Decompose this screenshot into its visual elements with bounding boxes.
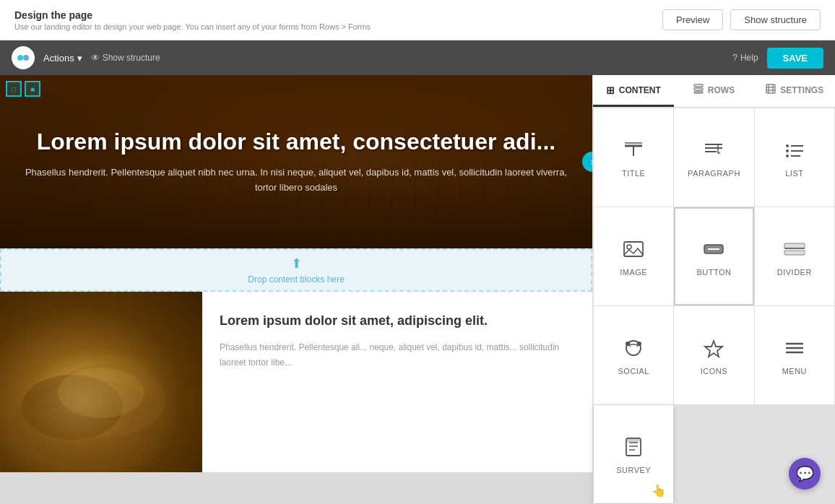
top-bar-right: Preview Show structure	[662, 9, 821, 30]
svg-rect-7	[694, 88, 703, 90]
panel-tabs: ⊞ CONTENT ROWS	[593, 75, 835, 108]
survey-icon	[622, 437, 645, 460]
content-item-title[interactable]: TITLE	[594, 108, 673, 207]
content-section: Lorem ipsum dolor sit amet, adipiscing e…	[0, 292, 592, 472]
help-button[interactable]: ? Help	[732, 53, 758, 63]
content-tab-label: CONTENT	[619, 85, 661, 95]
hero-section: □ ■ Lorem ipsum dolor sit amet, consecte…	[0, 75, 592, 248]
svg-point-29	[627, 245, 631, 249]
save-button[interactable]: SAVE	[767, 48, 823, 69]
hero-subtitle: Phasellus hendrerit. Pellentesque alique…	[14, 165, 578, 196]
svg-point-22	[786, 144, 789, 147]
divider-item-label: DIVIDER	[777, 268, 812, 277]
title-icon	[622, 140, 645, 163]
image-icon	[622, 239, 645, 262]
paragraph-icon	[702, 140, 725, 163]
settings-tab-label: SETTINGS	[780, 85, 823, 95]
hero-content: Lorem ipsum dolor sit amet, consectetuer…	[0, 75, 592, 248]
page-title: Design the page	[14, 9, 371, 21]
top-bar-left: Design the page Use our landing editor t…	[14, 9, 371, 31]
help-icon: ?	[732, 53, 737, 63]
content-item-paragraph[interactable]: PARAGRAPH	[674, 108, 753, 207]
social-item-label: SOCIAL	[618, 367, 649, 375]
list-icon	[783, 140, 806, 163]
svg-point-0	[17, 55, 23, 61]
content-title: Lorem ipsum dolor sit amet, adipiscing e…	[220, 312, 575, 330]
settings-tab-icon	[766, 84, 776, 96]
eye-icon: 👁	[91, 53, 100, 63]
editor-main: □ ■ Lorem ipsum dolor sit amet, consecte…	[0, 75, 835, 504]
tab-content[interactable]: ⊞ CONTENT	[593, 75, 674, 107]
svg-point-24	[786, 149, 789, 152]
icons-item-label: ICONS	[701, 367, 727, 375]
right-panel: ⊞ CONTENT ROWS	[592, 75, 835, 504]
actions-button[interactable]: Actions ▾	[43, 53, 82, 64]
svg-rect-49	[626, 438, 641, 442]
svg-point-26	[786, 155, 789, 157]
content-item-icons[interactable]: ICONS	[674, 306, 753, 404]
svg-rect-32	[784, 243, 805, 248]
list-item-label: LIST	[785, 169, 803, 178]
editor-toolbar: Actions ▾ 👁 Show structure ? Help SAVE	[0, 40, 835, 75]
social-icon	[622, 338, 645, 361]
paragraph-item-label: PARAGRAPH	[688, 169, 740, 178]
content-tab-icon: ⊞	[606, 84, 615, 96]
content-body: Phasellus hendrerit. Pellentesque ali...…	[220, 340, 575, 370]
button-item-label: BUTTON	[696, 268, 731, 277]
svg-rect-9	[766, 84, 775, 93]
show-structure-button[interactable]: Show structure	[730, 9, 821, 30]
content-item-survey[interactable]: SURVEY 👆	[594, 405, 673, 503]
bread-photo	[0, 292, 202, 472]
tab-rows[interactable]: ROWS	[674, 75, 755, 107]
content-image	[0, 292, 202, 472]
svg-point-5	[58, 368, 144, 418]
menu-icon	[783, 338, 806, 361]
svg-marker-41	[705, 341, 722, 357]
content-item-menu[interactable]: MENU	[755, 306, 834, 404]
content-item-social[interactable]: SOCIAL	[594, 306, 673, 404]
chat-bubble[interactable]: 💬	[789, 458, 821, 490]
content-item-button[interactable]: BUTTON	[674, 207, 753, 305]
image-item-label: IMAGE	[620, 268, 647, 277]
rows-tab-label: ROWS	[708, 85, 735, 95]
content-text: Lorem ipsum dolor sit amet, adipiscing e…	[202, 292, 592, 472]
chat-icon: 💬	[796, 465, 814, 482]
content-item-divider[interactable]: DIVIDER	[755, 207, 834, 305]
canvas-area: □ ■ Lorem ipsum dolor sit amet, consecte…	[0, 75, 592, 504]
content-item-image[interactable]: IMAGE	[594, 207, 673, 305]
drop-zone-label: Drop content blocks here	[248, 274, 344, 284]
preview-button[interactable]: Preview	[662, 9, 723, 30]
page-subtitle: Use our landing editor to design your we…	[14, 22, 371, 31]
rows-tab-icon	[693, 84, 704, 96]
tab-settings[interactable]: SETTINGS	[754, 75, 835, 107]
title-item-label: TITLE	[622, 169, 645, 178]
survey-item-label: SURVEY	[616, 466, 651, 474]
content-item-list[interactable]: LIST	[755, 108, 834, 207]
svg-rect-6	[694, 84, 703, 87]
divider-icon	[783, 239, 806, 262]
svg-rect-8	[694, 92, 703, 93]
button-icon	[702, 239, 725, 262]
svg-rect-28	[624, 242, 643, 256]
cursor-hand-icon: 👆	[652, 484, 666, 498]
bread-svg	[0, 292, 202, 472]
top-bar: Design the page Use our landing editor t…	[0, 0, 835, 40]
drop-icon: ⬆	[291, 256, 302, 271]
drop-zone[interactable]: ⬆ Drop content blocks here	[0, 248, 592, 292]
svg-point-1	[23, 55, 29, 61]
logo	[12, 46, 35, 69]
content-grid: TITLE PARAGRAPH	[593, 108, 835, 504]
svg-rect-33	[784, 251, 805, 255]
menu-item-label: MENU	[782, 367, 807, 375]
hero-title: Lorem ipsum dolor sit amet, consectetuer…	[37, 128, 555, 155]
icons-icon	[702, 338, 725, 361]
show-structure-toolbar-button[interactable]: 👁 Show structure	[91, 53, 160, 63]
